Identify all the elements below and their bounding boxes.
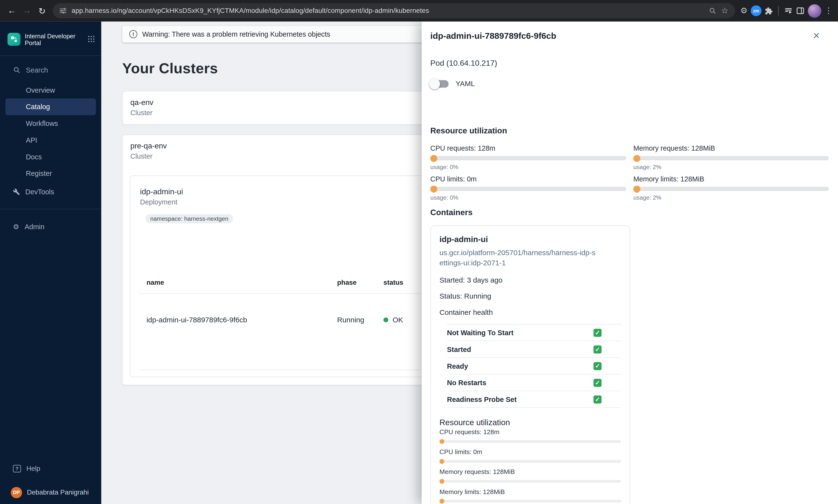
sidebar-item-label: API [26,136,37,144]
resource-metrics-grid: CPU requests: 128m usage: 0% Memory requ… [431,144,829,201]
sidebar-divider [0,56,101,56]
health-row: Started ✓ [447,341,621,358]
pod-drawer: idp-admin-ui-7889789fc6-9f6cb × Pod (10.… [422,22,838,504]
browser-toolbar: ← → ↻ app.harness.io/ng/account/vpCkHKsD… [0,0,838,22]
yaml-toggle-row: YAML [431,79,475,88]
metric-label: Memory requests: 128MiB [439,468,621,476]
container-health-heading: Container health [439,307,621,318]
container-started: Started: 3 days ago [439,275,621,285]
health-check-label: No Restarts [447,379,486,386]
help-button[interactable]: ? Help [0,461,101,476]
status-text: OK [392,316,403,324]
progress-bar [439,500,621,503]
side-panel-icon[interactable] [796,6,804,15]
check-icon: ✓ [594,345,601,353]
search-icon[interactable] [709,7,716,15]
metric-cpu-limits: CPU limits: 0m usage: 0% [431,175,627,201]
metric-usage: usage: 2% [633,163,829,170]
metric-label: CPU requests: 128m [431,144,627,153]
resource-utilization-heading: Resource utilization [431,125,507,136]
container-image-link[interactable]: us.gcr.io/platform-205701/harness/harnes… [439,248,599,268]
gear-icon[interactable]: ⚙ [740,6,748,16]
user-profile[interactable]: DP Debabrata Panigrahi [0,484,101,501]
help-icon: ? [13,465,21,472]
progress-fill [439,459,444,464]
check-icon: ✓ [594,379,601,386]
container-status: Status: Running [439,291,621,301]
health-check-label: Ready [447,362,468,370]
site-settings-tune-icon[interactable] [59,7,67,15]
progress-bar [633,156,829,160]
zoom-extension-badge[interactable]: zm [751,5,762,16]
page-title: Your Clusters [122,60,218,77]
container-metric-memory-requests: Memory requests: 128MiB [439,468,621,483]
progress-fill [633,155,641,162]
bookmark-star-icon[interactable]: ☆ [721,6,729,16]
portal-title: Internal Developer Portal [25,33,84,47]
metric-cpu-requests: CPU requests: 128m usage: 0% [431,144,627,171]
drawer-title: idp-admin-ui-7889789fc6-9f6cb [431,31,556,41]
metric-label: CPU limits: 0m [439,448,621,456]
apps-grid-icon[interactable] [88,35,95,44]
sidebar-item-label: Admin [24,222,45,230]
metric-usage: usage: 2% [633,194,829,201]
sidebar-item-overview[interactable]: Overview [0,82,101,98]
sidebar-item-workflows[interactable]: Workflows [0,115,101,132]
sidebar-item-catalog[interactable]: Catalog [5,98,96,115]
sidebar-item-api[interactable]: API [0,132,101,149]
health-row: Not Waiting To Start ✓ [447,325,621,341]
progress-bar [439,460,621,463]
health-row: Readiness Probe Set ✓ [447,391,621,408]
health-check-label: Readiness Probe Set [447,395,517,403]
sidebar-item-label: Catalog [26,103,50,111]
progress-fill [439,439,444,444]
container-metric-memory-limits: Memory limits: 128MiB [439,488,621,503]
sidebar-divider [0,209,101,209]
search-icon [13,66,20,74]
metric-label: Memory limits: 128MiB [439,488,621,496]
metric-label: CPU requests: 128m [439,428,621,436]
sidebar-header: Internal Developer Portal [0,22,101,47]
sidebar-item-docs[interactable]: Docs [0,148,101,165]
user-name: Debabrata Panigrahi [27,488,89,496]
close-icon[interactable]: × [809,28,824,43]
warning-icon: ! [129,30,137,38]
back-icon[interactable]: ← [4,3,19,18]
health-row: No Restarts ✓ [447,375,621,391]
forward-icon[interactable]: → [19,3,34,18]
container-resource-heading: Resource utilization [439,417,621,427]
media-controls-icon[interactable] [784,6,792,15]
progress-fill [431,155,437,162]
progress-fill [439,499,444,504]
metric-usage: usage: 0% [431,163,627,170]
sidebar-item-devtools[interactable]: DevTools [0,184,101,199]
menu-kebab-icon[interactable]: ⋮ [825,6,833,16]
check-icon: ✓ [594,362,601,370]
yaml-toggle[interactable] [431,80,449,87]
sidebar-search-label: Search [26,66,48,74]
toolbar-actions: ⚙ zm ⋮ [740,4,834,17]
sidebar-search[interactable]: Search [0,62,101,77]
help-label: Help [27,465,40,472]
yaml-toggle-label: YAML [456,79,475,88]
sidebar-item-label: Overview [26,86,55,94]
extensions-puzzle-icon[interactable] [765,7,773,15]
metric-label: CPU limits: 0m [431,175,627,183]
column-header-name: name [139,279,329,286]
reload-icon[interactable]: ↻ [34,3,50,18]
metric-usage: usage: 0% [431,194,627,201]
container-health-table: Not Waiting To Start ✓ Started ✓ Ready ✓… [447,324,621,408]
sidebar-item-register[interactable]: Register [0,165,101,182]
toggle-knob [429,78,440,89]
drawer-subtitle: Pod (10.64.10.217) [431,59,497,67]
wrench-icon [13,188,20,195]
screen: ← → ↻ app.harness.io/ng/account/vpCkHKsD… [0,0,838,504]
health-row: Ready ✓ [447,358,621,375]
address-bar[interactable]: app.harness.io/ng/account/vpCkHKsDSxK9_K… [53,3,735,18]
progress-bar [633,187,829,191]
health-check-label: Started [447,345,471,353]
url-text: app.harness.io/ng/account/vpCkHKsDSxK9_K… [72,7,704,15]
profile-avatar[interactable] [808,4,821,17]
sidebar-item-admin[interactable]: ⚙ Admin [0,219,101,234]
pod-phase: Running [330,294,376,324]
